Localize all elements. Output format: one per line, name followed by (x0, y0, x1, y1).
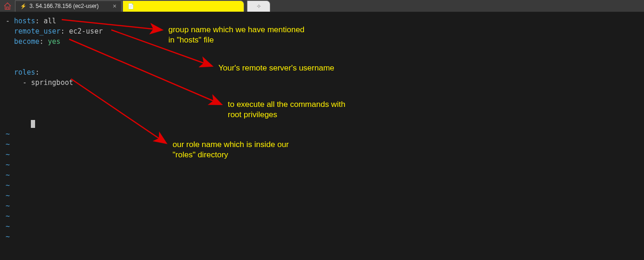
code-line-1: - hosts: all (6, 16, 638, 26)
code-line-2: remote_user: ec2-user (6, 26, 638, 36)
plus-icon: ✧ (256, 3, 261, 10)
tab-active-ssh[interactable]: ⚡ 3. 54.166.78.156 (ec2-user) × (15, 0, 122, 12)
home-icon[interactable] (0, 0, 15, 12)
tab-highlighted[interactable]: 📄 (123, 0, 244, 12)
code-line-5: - springboot (6, 77, 638, 88)
tab-bar: ⚡ 3. 54.166.78.156 (ec2-user) × 📄 ✧ (0, 0, 644, 12)
code-line-blank3 (6, 88, 638, 98)
tilde-lines: ~ ~ ~ ~ ~ ~ ~ ~ ~ ~ ~ (6, 129, 638, 242)
tab-icon-yellow: 📄 (128, 3, 134, 9)
new-tab-button[interactable]: ✧ (247, 0, 270, 12)
code-line-cursor (6, 119, 638, 129)
close-icon[interactable]: × (113, 2, 116, 10)
text-cursor (31, 120, 35, 128)
annotation-hosts: group name which we have mentioned in "h… (168, 25, 304, 45)
lightning-icon: ⚡ (20, 3, 27, 9)
annotation-roles: our role name which is inside our "roles… (173, 140, 289, 160)
tab-title: 3. 54.166.78.156 (ec2-user) (29, 3, 99, 9)
annotation-remote-user: Your's remote server's username (218, 63, 334, 73)
annotation-become: to execute all the commands with root pr… (228, 99, 345, 120)
editor-pane[interactable]: - hosts: all remote_user: ec2-user becom… (0, 12, 644, 260)
code-line-blank1 (6, 47, 638, 57)
code-line-3: become: yes (6, 36, 638, 47)
